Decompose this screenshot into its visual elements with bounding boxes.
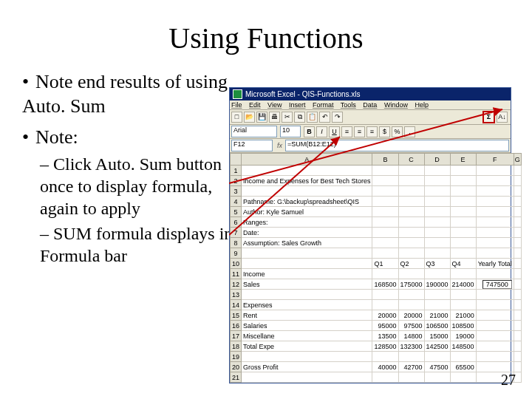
cell[interactable]: [242, 290, 372, 300]
cell[interactable]: [450, 176, 476, 186]
cell[interactable]: [476, 362, 514, 372]
cell[interactable]: [398, 238, 424, 248]
cell[interactable]: Ranges:: [242, 217, 372, 228]
cell[interactable]: [424, 217, 450, 228]
cell[interactable]: [424, 269, 450, 279]
cell[interactable]: [372, 238, 398, 248]
cell[interactable]: 106500: [424, 321, 450, 331]
cell[interactable]: 42700: [398, 362, 424, 372]
cell[interactable]: [450, 238, 476, 248]
save-icon[interactable]: 💾: [256, 112, 267, 123]
menu-tools[interactable]: Tools: [341, 101, 356, 109]
menu-window[interactable]: Window: [384, 101, 408, 109]
cell[interactable]: Q2: [398, 259, 424, 269]
row-head[interactable]: 13: [231, 290, 242, 300]
cell[interactable]: 747500: [476, 279, 514, 290]
row-head[interactable]: 20: [231, 362, 242, 372]
underline-button[interactable]: U: [329, 126, 340, 137]
cell[interactable]: 19000: [450, 331, 476, 341]
row-head[interactable]: 1: [231, 166, 242, 176]
print-icon[interactable]: 🖶: [269, 112, 280, 123]
cell[interactable]: [398, 372, 424, 383]
cell[interactable]: [476, 207, 514, 217]
cell[interactable]: [476, 321, 514, 331]
cell[interactable]: Date:: [242, 228, 372, 238]
cell[interactable]: [372, 207, 398, 217]
cell[interactable]: [514, 290, 521, 300]
cell[interactable]: [514, 186, 521, 197]
cell[interactable]: [450, 290, 476, 300]
cell[interactable]: [372, 166, 398, 176]
col-head-B[interactable]: B: [372, 154, 398, 166]
cell[interactable]: [372, 248, 398, 259]
cell[interactable]: [424, 228, 450, 238]
formula-content[interactable]: =SUM(B12:E12): [285, 140, 509, 151]
cell[interactable]: [514, 166, 521, 176]
cell[interactable]: [372, 372, 398, 383]
row-head[interactable]: 8: [231, 238, 242, 248]
cell[interactable]: [514, 207, 521, 217]
redo-icon[interactable]: ↷: [332, 112, 343, 123]
align-center-icon[interactable]: ≡: [354, 126, 365, 137]
cell[interactable]: Income and Expenses for Best Tech Stores: [242, 176, 372, 186]
row-head[interactable]: 5: [231, 207, 242, 217]
cell[interactable]: [424, 186, 450, 197]
cell[interactable]: [476, 341, 514, 352]
cell[interactable]: 148500: [450, 341, 476, 352]
cell[interactable]: [398, 166, 424, 176]
cell[interactable]: [372, 228, 398, 238]
menu-bar[interactable]: File Edit View Insert Format Tools Data …: [230, 100, 511, 110]
cell[interactable]: [424, 176, 450, 186]
cell[interactable]: [514, 217, 521, 228]
cell[interactable]: [476, 352, 514, 362]
cell[interactable]: 47500: [424, 362, 450, 372]
cell[interactable]: [242, 372, 372, 383]
cell[interactable]: Income: [242, 269, 372, 279]
row-head[interactable]: 10: [231, 259, 242, 269]
cell[interactable]: Miscellane: [242, 331, 372, 341]
row-head[interactable]: 19: [231, 352, 242, 362]
undo-icon[interactable]: ↶: [319, 112, 330, 123]
cell[interactable]: [372, 269, 398, 279]
menu-view[interactable]: View: [267, 101, 282, 109]
cell[interactable]: [450, 269, 476, 279]
cell[interactable]: [514, 352, 521, 362]
cell[interactable]: Q3: [424, 259, 450, 269]
cell[interactable]: [424, 197, 450, 207]
cell[interactable]: [514, 248, 521, 259]
cell[interactable]: [242, 248, 372, 259]
cell[interactable]: [450, 372, 476, 383]
align-right-icon[interactable]: ≡: [366, 126, 378, 137]
cell[interactable]: [450, 352, 476, 362]
cell[interactable]: [372, 197, 398, 207]
cell[interactable]: [476, 290, 514, 300]
cell[interactable]: [398, 300, 424, 310]
cell[interactable]: Rent: [242, 310, 372, 321]
cell[interactable]: [450, 186, 476, 197]
standard-toolbar[interactable]: □ 📂 💾 🖶 ✂ ⧉ 📋 ↶ ↷ Σ A↓: [230, 110, 511, 125]
menu-file[interactable]: File: [231, 101, 242, 109]
row-head[interactable]: 18: [231, 341, 242, 352]
cell[interactable]: [450, 166, 476, 176]
cut-icon[interactable]: ✂: [282, 112, 293, 123]
cell[interactable]: 95000: [372, 321, 398, 331]
cell[interactable]: [476, 300, 514, 310]
row-head[interactable]: 12: [231, 279, 242, 290]
row-head[interactable]: 17: [231, 331, 242, 341]
cell[interactable]: [242, 166, 372, 176]
cell[interactable]: 65500: [450, 362, 476, 372]
format-toolbar[interactable]: Arial 10 B I U ≡ ≡ ≡ $ % ,: [230, 125, 511, 139]
menu-insert[interactable]: Insert: [289, 101, 306, 109]
cell[interactable]: [242, 259, 372, 269]
cell[interactable]: Sales: [242, 279, 372, 290]
cell[interactable]: [424, 372, 450, 383]
cell[interactable]: Author: Kyle Samuel: [242, 207, 372, 217]
cell[interactable]: [450, 300, 476, 310]
cell[interactable]: [476, 269, 514, 279]
cell[interactable]: [514, 341, 521, 352]
cell[interactable]: Expenses: [242, 300, 372, 310]
menu-format[interactable]: Format: [313, 101, 334, 109]
row-head[interactable]: 11: [231, 269, 242, 279]
cell[interactable]: [398, 197, 424, 207]
cell[interactable]: 21000: [450, 310, 476, 321]
